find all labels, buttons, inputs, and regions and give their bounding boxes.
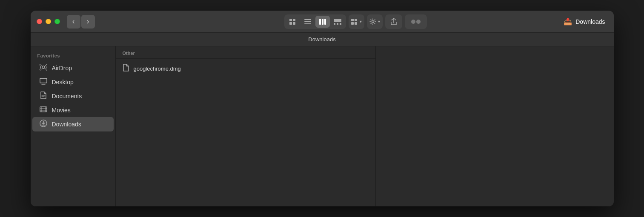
column-view-button[interactable]: [315, 16, 330, 28]
desktop-label: Desktop: [52, 79, 74, 86]
svg-rect-8: [322, 19, 323, 25]
file-item-googlechrome[interactable]: googlechrome.dmg: [116, 60, 375, 77]
traffic-lights: [37, 19, 60, 24]
svg-rect-2: [289, 22, 292, 25]
back-button[interactable]: ‹: [67, 15, 80, 29]
titlebar: ‹ ›: [31, 11, 614, 33]
movies-label: Movies: [52, 107, 71, 114]
share-icon: [390, 18, 397, 26]
maximize-button[interactable]: [54, 19, 60, 24]
group-icon: [351, 19, 358, 25]
svg-rect-9: [324, 19, 326, 25]
favorites-section-header: Favorites: [31, 51, 115, 61]
sidebar-item-downloads[interactable]: Downloads: [32, 117, 114, 131]
back-icon: ‹: [72, 17, 75, 26]
file-list: googlechrome.dmg: [116, 59, 375, 206]
gear-icon: [369, 18, 376, 25]
other-section-header: Other: [116, 46, 375, 59]
sidebar-item-airdrop[interactable]: AirDrop: [32, 61, 114, 75]
window-title-area: 📥 Downloads: [529, 11, 614, 32]
column-view-icon: [319, 19, 326, 25]
svg-rect-25: [40, 107, 47, 112]
sidebar: Favorites AirDrop: [31, 46, 116, 206]
svg-rect-5: [304, 21, 311, 22]
documents-label: Documents: [52, 93, 82, 100]
tag-icon: [411, 20, 421, 24]
gallery-view-icon: [334, 19, 341, 25]
svg-point-19: [42, 66, 45, 69]
svg-rect-3: [293, 22, 295, 25]
action-button[interactable]: ▾: [367, 14, 383, 29]
nav-buttons: ‹ ›: [67, 15, 95, 29]
share-button[interactable]: [385, 14, 402, 29]
minimize-button[interactable]: [46, 19, 51, 24]
downloads-icon: [39, 120, 48, 129]
svg-rect-10: [334, 19, 341, 22]
preview-pane: [375, 46, 614, 206]
svg-point-18: [372, 20, 374, 23]
main-content: Favorites AirDrop: [31, 46, 614, 206]
action-arrow-icon: ▾: [378, 19, 380, 24]
movies-icon: [39, 106, 48, 114]
pathbar: Downloads: [31, 33, 614, 46]
file-name-googlechrome: googlechrome.dmg: [134, 66, 181, 72]
svg-rect-6: [304, 23, 311, 24]
downloads-folder-icon: 📥: [564, 17, 572, 26]
pathbar-text: Downloads: [308, 36, 335, 43]
icon-view-icon: [289, 19, 296, 25]
list-view-icon: [304, 19, 311, 25]
icon-view-button[interactable]: [286, 16, 300, 28]
list-view-button[interactable]: [301, 16, 315, 28]
svg-rect-11: [334, 23, 335, 25]
window-title: Downloads: [575, 18, 605, 25]
svg-rect-7: [319, 19, 321, 25]
svg-rect-14: [351, 19, 354, 21]
svg-rect-1: [293, 19, 295, 21]
finder-window: ‹ ›: [31, 11, 614, 206]
group-button[interactable]: ▾: [349, 14, 364, 29]
file-area: Other googlechrome.dmg: [116, 46, 375, 206]
sidebar-item-desktop[interactable]: Desktop: [32, 75, 114, 89]
svg-rect-4: [304, 19, 311, 20]
documents-icon: [39, 91, 48, 101]
svg-rect-16: [351, 22, 354, 25]
dmg-file-icon: [123, 64, 129, 73]
downloads-label: Downloads: [52, 121, 81, 128]
svg-rect-22: [40, 78, 47, 79]
tag-button[interactable]: [405, 14, 427, 29]
sidebar-item-movies[interactable]: Movies: [32, 103, 114, 117]
desktop-icon: [39, 78, 48, 86]
forward-button[interactable]: ›: [81, 15, 95, 29]
group-arrow-icon: ▾: [360, 19, 362, 24]
view-mode-group: [284, 14, 346, 29]
svg-rect-13: [340, 23, 341, 25]
airdrop-icon: [39, 63, 48, 73]
forward-icon: ›: [87, 17, 89, 26]
svg-rect-17: [355, 22, 357, 25]
svg-rect-0: [289, 19, 292, 21]
airdrop-label: AirDrop: [52, 65, 72, 71]
svg-rect-12: [337, 23, 338, 25]
sidebar-item-documents[interactable]: Documents: [32, 89, 114, 103]
close-button[interactable]: [37, 19, 42, 24]
gallery-view-button[interactable]: [330, 16, 345, 28]
svg-rect-15: [355, 19, 357, 21]
